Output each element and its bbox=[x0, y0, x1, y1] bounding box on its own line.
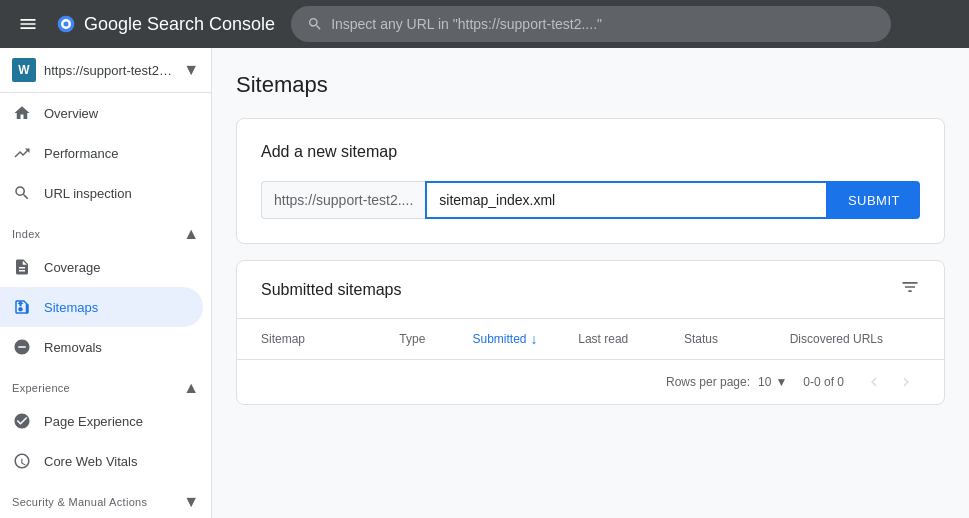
add-sitemap-form: https://support-test2.... SUBMIT bbox=[261, 181, 920, 219]
sidebar-item-removals-label: Removals bbox=[44, 340, 102, 355]
home-icon bbox=[12, 104, 32, 122]
sidebar-item-core-web-vitals[interactable]: Core Web Vitals bbox=[0, 441, 203, 481]
sidebar-item-coverage[interactable]: Coverage bbox=[0, 247, 203, 287]
chevron-down-icon: ▼ bbox=[183, 61, 199, 79]
sidebar-item-overview-label: Overview bbox=[44, 106, 98, 121]
topbar: Google Search Console bbox=[0, 0, 969, 48]
sidebar-item-url-inspection-label: URL inspection bbox=[44, 186, 132, 201]
add-sitemap-card: Add a new sitemap https://support-test2.… bbox=[236, 118, 945, 244]
svg-point-2 bbox=[64, 22, 69, 27]
rows-per-page-select[interactable]: 10 ▼ bbox=[758, 375, 787, 389]
prev-page-button[interactable] bbox=[860, 368, 888, 396]
rows-per-page: Rows per page: 10 ▼ bbox=[666, 375, 787, 389]
sitemap-icon bbox=[12, 298, 32, 316]
sidebar-item-page-experience-label: Page Experience bbox=[44, 414, 143, 429]
col-submitted[interactable]: Submitted ↓ bbox=[472, 331, 570, 347]
col-last-read: Last read bbox=[578, 331, 676, 347]
sidebar-item-coverage-label: Coverage bbox=[44, 260, 100, 275]
app-logo: Google Search Console bbox=[56, 14, 275, 35]
table-footer: Rows per page: 10 ▼ 0-0 of 0 bbox=[237, 360, 944, 404]
sidebar-item-performance[interactable]: Performance bbox=[0, 133, 203, 173]
security-chevron-down-icon: ▼ bbox=[183, 493, 199, 511]
sidebar-item-core-web-vitals-label: Core Web Vitals bbox=[44, 454, 137, 469]
removals-icon bbox=[12, 338, 32, 356]
submitted-sitemaps-card: Submitted sitemaps Sitemap Type Submitte… bbox=[236, 260, 945, 405]
menu-icon[interactable] bbox=[16, 14, 40, 34]
index-section-header[interactable]: Index ▲ bbox=[0, 213, 211, 247]
sidebar-item-overview[interactable]: Overview bbox=[0, 93, 203, 133]
index-chevron-up-icon: ▲ bbox=[183, 225, 199, 243]
main-content: Sitemaps Add a new sitemap https://suppo… bbox=[212, 48, 969, 518]
layout: W https://support-test2...../ ▼ Overview… bbox=[0, 48, 969, 518]
rows-per-page-value: 10 bbox=[758, 375, 771, 389]
sitemap-url-input[interactable] bbox=[425, 181, 828, 219]
trending-up-icon bbox=[12, 144, 32, 162]
sidebar-item-removals[interactable]: Removals bbox=[0, 327, 203, 367]
site-favicon: W bbox=[12, 58, 36, 82]
experience-section-label: Experience bbox=[12, 382, 70, 394]
col-type: Type bbox=[399, 331, 464, 347]
sidebar: W https://support-test2...../ ▼ Overview… bbox=[0, 48, 212, 518]
search-bar[interactable] bbox=[291, 6, 891, 42]
next-page-button[interactable] bbox=[892, 368, 920, 396]
site-prefix: https://support-test2.... bbox=[261, 181, 425, 219]
experience-section-header[interactable]: Experience ▲ bbox=[0, 367, 211, 401]
security-section-header[interactable]: Security & Manual Actions ▼ bbox=[0, 481, 211, 515]
sidebar-item-sitemaps-label: Sitemaps bbox=[44, 300, 98, 315]
search-input[interactable] bbox=[331, 16, 875, 32]
file-icon bbox=[12, 258, 32, 276]
page-title: Sitemaps bbox=[236, 72, 945, 98]
col-status: Status bbox=[684, 331, 782, 347]
sidebar-item-url-inspection[interactable]: URL inspection bbox=[0, 173, 203, 213]
index-section-label: Index bbox=[12, 228, 40, 240]
submitted-sitemaps-header: Submitted sitemaps bbox=[237, 261, 944, 319]
core-web-vitals-icon bbox=[12, 452, 32, 470]
col-discovered-urls: Discovered URLs bbox=[790, 331, 920, 347]
sidebar-item-page-experience[interactable]: Page Experience bbox=[0, 401, 203, 441]
col-sitemap: Sitemap bbox=[261, 331, 391, 347]
sidebar-item-performance-label: Performance bbox=[44, 146, 118, 161]
submit-button[interactable]: SUBMIT bbox=[828, 181, 920, 219]
sidebar-item-sitemaps[interactable]: Sitemaps bbox=[0, 287, 203, 327]
experience-chevron-up-icon: ▲ bbox=[183, 379, 199, 397]
submitted-sitemaps-title: Submitted sitemaps bbox=[261, 281, 402, 299]
search-icon bbox=[307, 16, 323, 32]
sort-arrow-icon: ↓ bbox=[531, 331, 538, 347]
table-header: Sitemap Type Submitted ↓ Last read Statu… bbox=[237, 319, 944, 360]
rows-per-page-label: Rows per page: bbox=[666, 375, 750, 389]
rows-count: 0-0 of 0 bbox=[803, 375, 844, 389]
filter-icon[interactable] bbox=[900, 277, 920, 302]
site-url: https://support-test2...../ bbox=[44, 63, 175, 78]
add-sitemap-title: Add a new sitemap bbox=[261, 143, 920, 161]
page-experience-icon bbox=[12, 412, 32, 430]
search-small-icon bbox=[12, 184, 32, 202]
site-selector[interactable]: W https://support-test2...../ ▼ bbox=[0, 48, 211, 93]
security-section-label: Security & Manual Actions bbox=[12, 496, 147, 508]
app-title: Google Search Console bbox=[84, 14, 275, 35]
rows-chevron-icon: ▼ bbox=[775, 375, 787, 389]
pagination-controls bbox=[860, 368, 920, 396]
